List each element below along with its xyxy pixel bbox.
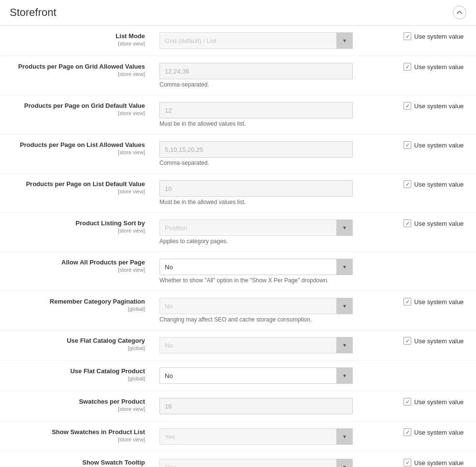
label-cell-products-per-page-list-default: Products per Page on List Default Value[…: [0, 174, 155, 213]
system-value-cell-products-per-page-list-default: Use system value: [399, 174, 476, 213]
label-cell-products-per-page-list-allowed: Products per Page on List Allowed Values…: [0, 134, 155, 174]
settings-row-allow-all-products-per-page: Allow All Products per Page[store view] …: [0, 252, 476, 291]
control-cell-show-swatches-in-product-list: YesNo ▾: [155, 422, 399, 452]
control-cell-products-per-page-list-default: Must be in the allowed values list.: [155, 174, 399, 213]
select-allow-all-products-per-page[interactable]: NoYes: [159, 259, 353, 275]
select-use-flat-catalog-product[interactable]: NoYes: [159, 367, 353, 384]
hint-product-listing-sort-by: Applies to category pages.: [159, 238, 394, 245]
label-main-use-flat-catalog-category: Use Flat Catalog Category: [10, 337, 145, 344]
checkbox-show-swatches-in-product-list[interactable]: [404, 428, 411, 436]
system-value-label-product-listing-sort-by[interactable]: Use system value: [404, 219, 466, 227]
system-value-label-show-swatches-in-product-list[interactable]: Use system value: [404, 428, 466, 436]
settings-table: List Mode[store view] Grid (default) / L…: [0, 26, 476, 467]
control-cell-use-flat-catalog-product: NoYes ▾: [155, 361, 399, 391]
control-cell-show-swatch-tooltip: YesNo ▾: [155, 452, 399, 467]
checkbox-products-per-page-list-default[interactable]: [404, 180, 411, 188]
control-cell-product-listing-sort-by: PositionNamePrice ▾ Applies to category …: [155, 213, 399, 252]
system-value-text-use-flat-catalog-category: Use system value: [414, 337, 464, 345]
select-show-swatches-in-product-list: YesNo: [159, 428, 353, 445]
label-cell-products-per-page-grid-default: Products per Page on Grid Default Value[…: [0, 95, 155, 134]
system-value-cell-remember-category-pagination: Use system value: [399, 291, 476, 330]
label-cell-remember-category-pagination: Remember Category Pagination[global]: [0, 291, 155, 330]
checkbox-products-per-page-grid-default[interactable]: [404, 102, 411, 110]
page-header: Storefront: [0, 0, 476, 26]
label-cell-show-swatches-in-product-list: Show Swatches in Product List[store view…: [0, 422, 155, 452]
checkbox-show-swatch-tooltip[interactable]: [404, 459, 411, 467]
settings-row-swatches-per-product: Swatches per Product[store view] Use sys…: [0, 391, 476, 422]
label-cell-use-flat-catalog-product: Use Flat Catalog Product[global]: [0, 361, 155, 391]
label-scope-show-swatches-in-product-list: [store view]: [118, 437, 145, 442]
system-value-label-swatches-per-product[interactable]: Use system value: [404, 398, 466, 406]
label-main-products-per-page-list-allowed: Products per Page on List Allowed Values: [10, 141, 145, 148]
settings-row-list-mode: List Mode[store view] Grid (default) / L…: [0, 26, 476, 56]
system-value-label-products-per-page-list-default[interactable]: Use system value: [404, 180, 466, 188]
input-products-per-page-list-allowed: [159, 141, 353, 158]
settings-row-show-swatch-tooltip: Show Swatch Tooltip[store view] YesNo ▾ …: [0, 452, 476, 467]
checkbox-products-per-page-grid-allowed[interactable]: [404, 63, 411, 71]
checkbox-products-per-page-list-allowed[interactable]: [404, 141, 411, 149]
select-wrap-allow-all-products-per-page: NoYes ▾: [159, 259, 353, 275]
label-scope-use-flat-catalog-product: [global]: [128, 376, 145, 381]
system-value-label-use-flat-catalog-category[interactable]: Use system value: [404, 337, 466, 345]
select-use-flat-catalog-category: NoYes: [159, 337, 353, 353]
label-cell-swatches-per-product: Swatches per Product[store view]: [0, 391, 155, 422]
settings-row-use-flat-catalog-product: Use Flat Catalog Product[global] NoYes ▾: [0, 361, 476, 391]
settings-row-products-per-page-list-allowed: Products per Page on List Allowed Values…: [0, 134, 476, 174]
system-value-text-product-listing-sort-by: Use system value: [414, 220, 464, 227]
system-value-cell-use-flat-catalog-category: Use system value: [399, 330, 476, 361]
control-cell-products-per-page-list-allowed: Comma-separated.: [155, 134, 399, 174]
hint-products-per-page-grid-allowed: Comma-separated.: [159, 81, 394, 88]
label-scope-products-per-page-list-allowed: [store view]: [118, 149, 145, 155]
hint-products-per-page-grid-default: Must be in the allowed values list.: [159, 120, 394, 127]
checkbox-use-flat-catalog-category[interactable]: [404, 337, 411, 345]
control-cell-swatches-per-product: [155, 391, 399, 422]
system-value-text-swatches-per-product: Use system value: [414, 398, 464, 406]
system-value-cell-allow-all-products-per-page: [399, 252, 476, 291]
system-value-label-products-per-page-list-allowed[interactable]: Use system value: [404, 141, 466, 149]
label-main-products-per-page-list-default: Products per Page on List Default Value: [10, 180, 145, 188]
page-title: Storefront: [10, 6, 57, 19]
select-list-mode: Grid (default) / ListGrid OnlyList Only: [159, 32, 353, 49]
checkbox-remember-category-pagination[interactable]: [404, 298, 411, 306]
system-value-label-remember-category-pagination[interactable]: Use system value: [404, 298, 466, 306]
checkbox-list-mode[interactable]: [404, 32, 411, 40]
input-products-per-page-grid-allowed: [159, 63, 353, 79]
system-value-cell-product-listing-sort-by: Use system value: [399, 213, 476, 252]
settings-row-products-per-page-grid-default: Products per Page on Grid Default Value[…: [0, 95, 476, 134]
system-value-text-remember-category-pagination: Use system value: [414, 298, 464, 306]
settings-row-product-listing-sort-by: Product Listing Sort by[store view] Posi…: [0, 213, 476, 252]
system-value-label-list-mode[interactable]: Use system value: [404, 32, 466, 40]
system-value-cell-list-mode: Use system value: [399, 26, 476, 56]
checkbox-product-listing-sort-by[interactable]: [404, 219, 411, 227]
control-cell-products-per-page-grid-allowed: Comma-separated.: [155, 56, 399, 95]
system-value-label-products-per-page-grid-allowed[interactable]: Use system value: [404, 63, 466, 71]
system-value-cell-show-swatches-in-product-list: Use system value: [399, 422, 476, 452]
control-cell-remember-category-pagination: NoYes ▾ Changing may affect SEO and cach…: [155, 291, 399, 330]
label-cell-show-swatch-tooltip: Show Swatch Tooltip[store view]: [0, 452, 155, 467]
hint-remember-category-pagination: Changing may affect SEO and cache storag…: [159, 316, 394, 323]
control-cell-allow-all-products-per-page: NoYes ▾ Whether to show "All" option in …: [155, 252, 399, 291]
select-wrap-product-listing-sort-by: PositionNamePrice ▾: [159, 219, 353, 236]
select-product-listing-sort-by: PositionNamePrice: [159, 219, 353, 236]
select-wrap-show-swatches-in-product-list: YesNo ▾: [159, 428, 353, 445]
label-main-products-per-page-grid-allowed: Products per Page on Grid Allowed Values: [10, 63, 145, 70]
system-value-label-show-swatch-tooltip[interactable]: Use system value: [404, 459, 466, 467]
select-remember-category-pagination: NoYes: [159, 298, 353, 314]
settings-row-remember-category-pagination: Remember Category Pagination[global] NoY…: [0, 291, 476, 330]
system-value-label-products-per-page-grid-default[interactable]: Use system value: [404, 102, 466, 110]
label-main-swatches-per-product: Swatches per Product: [10, 398, 145, 405]
label-scope-products-per-page-list-default: [store view]: [118, 189, 145, 194]
control-cell-list-mode: Grid (default) / ListGrid OnlyList Only …: [155, 26, 399, 56]
system-value-cell-use-flat-catalog-product: [399, 361, 476, 391]
system-value-text-list-mode: Use system value: [414, 33, 464, 40]
select-wrap-use-flat-catalog-category: NoYes ▾: [159, 337, 353, 353]
label-scope-products-per-page-grid-default: [store view]: [118, 110, 145, 116]
label-cell-use-flat-catalog-category: Use Flat Catalog Category[global]: [0, 330, 155, 361]
label-cell-list-mode: List Mode[store view]: [0, 26, 155, 56]
label-cell-product-listing-sort-by: Product Listing Sort by[store view]: [0, 213, 155, 252]
label-cell-allow-all-products-per-page: Allow All Products per Page[store view]: [0, 252, 155, 291]
label-scope-list-mode: [store view]: [118, 41, 145, 46]
control-cell-products-per-page-grid-default: Must be in the allowed values list.: [155, 95, 399, 134]
collapse-button[interactable]: [453, 6, 466, 19]
checkbox-swatches-per-product[interactable]: [404, 398, 411, 406]
